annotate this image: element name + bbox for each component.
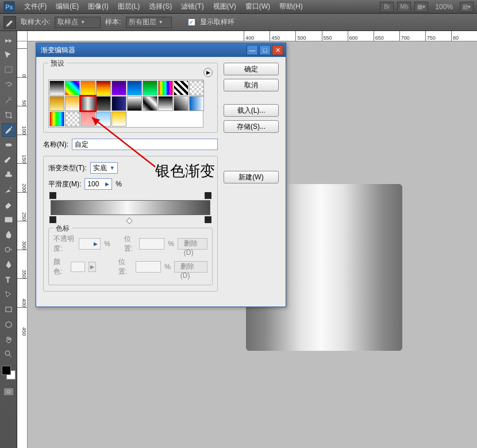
smoothness-input[interactable]: 100▶ xyxy=(84,178,112,190)
menu-edit[interactable]: 编辑(E) xyxy=(51,2,83,12)
shape-tool[interactable] xyxy=(2,303,16,316)
opacity-stop-right[interactable] xyxy=(205,192,211,199)
dialog-maximize-button[interactable]: □ xyxy=(259,45,271,55)
gradient-bar[interactable] xyxy=(51,200,210,215)
menu-view[interactable]: 视图(V) xyxy=(209,2,241,12)
options-bar: 取样大小: 取样点▼ 样本: 所有图层▼ ✓ 显示取样环 xyxy=(0,14,477,31)
quickmask-button[interactable] xyxy=(3,388,14,396)
menu-select[interactable]: 选择(S) xyxy=(144,2,176,12)
marquee-tool[interactable] xyxy=(2,63,16,77)
new-button[interactable]: 新建(W) xyxy=(224,171,279,183)
crop-tool[interactable] xyxy=(2,108,16,122)
presets-menu-icon[interactable]: ▶ xyxy=(203,68,213,77)
opacity-stop-left[interactable] xyxy=(49,192,56,199)
mb-button[interactable]: Mb xyxy=(397,2,411,12)
sample-size-dropdown[interactable]: 取样点▼ xyxy=(55,17,101,28)
gradient-type-dropdown[interactable]: 实底▼ xyxy=(90,162,118,174)
color-well xyxy=(71,262,85,272)
dodge-tool[interactable] xyxy=(2,243,16,256)
preset-swatch[interactable] xyxy=(65,112,80,127)
preset-swatch[interactable] xyxy=(111,81,126,95)
wand-tool[interactable] xyxy=(2,93,16,107)
preset-swatch[interactable] xyxy=(80,112,95,127)
preset-swatch[interactable] xyxy=(96,96,111,111)
preset-swatch[interactable] xyxy=(158,96,173,111)
healing-tool[interactable] xyxy=(2,138,16,152)
ok-button[interactable]: 确定 xyxy=(224,63,279,75)
preset-swatch[interactable] xyxy=(111,96,126,111)
preset-swatch[interactable] xyxy=(49,81,64,95)
gradient-tool[interactable] xyxy=(2,213,16,227)
preset-swatch[interactable] xyxy=(96,81,111,95)
blur-tool[interactable] xyxy=(2,228,16,242)
show-sampling-ring-checkbox[interactable]: ✓ xyxy=(188,18,195,26)
delete-color-stop-button: 删除(D) xyxy=(174,261,207,273)
preset-swatch[interactable] xyxy=(127,96,142,111)
arrange-button[interactable]: ▤▾ xyxy=(460,2,474,12)
type-tool[interactable]: T xyxy=(2,273,16,286)
preset-swatch[interactable] xyxy=(143,81,157,95)
dialog-title-text: 渐变编辑器 xyxy=(41,45,75,55)
load-button[interactable]: 载入(L)... xyxy=(224,104,279,117)
name-label: 名称(N): xyxy=(43,140,68,150)
zoom-level[interactable]: 100% xyxy=(432,3,456,11)
gradient-name-input[interactable] xyxy=(72,139,218,150)
screen-mode-button[interactable]: ▦▾ xyxy=(414,2,428,12)
lasso-tool[interactable] xyxy=(2,78,16,92)
preset-swatch[interactable] xyxy=(174,96,189,111)
history-brush-tool[interactable] xyxy=(2,183,16,197)
move-tool[interactable] xyxy=(2,48,16,62)
save-button[interactable]: 存储(S)... xyxy=(224,120,279,133)
br-button[interactable]: Br xyxy=(380,2,394,12)
preset-swatch[interactable] xyxy=(80,81,95,95)
menu-layer[interactable]: 图层(L) xyxy=(113,2,145,12)
menu-image[interactable]: 图像(I) xyxy=(83,2,113,12)
eyedropper-tool[interactable] xyxy=(2,123,16,137)
preset-swatch[interactable] xyxy=(65,81,80,95)
cancel-button[interactable]: 取消 xyxy=(224,79,279,91)
active-tool-icon[interactable] xyxy=(3,16,16,29)
menu-window[interactable]: 窗口(W) xyxy=(241,2,275,12)
zoom-tool[interactable] xyxy=(2,347,16,361)
foreground-color-swatch[interactable] xyxy=(2,366,11,375)
brush-tool[interactable] xyxy=(2,153,16,167)
collapse-icon[interactable]: ▸▸ xyxy=(2,33,16,47)
color-stop-right[interactable] xyxy=(205,216,211,223)
menu-file[interactable]: 文件(F) xyxy=(20,2,51,12)
color-swatches[interactable] xyxy=(2,366,16,380)
preset-swatch[interactable] xyxy=(174,81,189,95)
preset-swatch[interactable] xyxy=(49,96,64,111)
preset-swatch[interactable] xyxy=(65,96,80,111)
colorstop-label: 色标 xyxy=(53,224,72,233)
svg-text:T: T xyxy=(6,276,10,284)
preset-swatch[interactable] xyxy=(96,112,111,127)
color-position-input xyxy=(136,261,161,273)
ruler-vertical[interactable]: 0 50 100 150 200 250 300 350 400 450 xyxy=(17,41,28,448)
stamp-tool[interactable] xyxy=(2,168,16,182)
color-stop-left[interactable] xyxy=(49,216,56,223)
dialog-minimize-button[interactable]: — xyxy=(247,45,258,55)
menu-filter[interactable]: 滤镜(T) xyxy=(176,2,208,12)
dialog-close-button[interactable]: ✕ xyxy=(272,45,283,55)
color-midpoint[interactable] xyxy=(126,217,133,224)
preset-swatch[interactable] xyxy=(158,81,173,95)
preset-swatch[interactable] xyxy=(189,96,204,111)
hand-tool[interactable] xyxy=(2,332,16,346)
svg-rect-1 xyxy=(6,144,11,146)
preset-swatch[interactable] xyxy=(189,81,204,95)
dialog-titlebar[interactable]: 渐变编辑器 — □ ✕ xyxy=(36,43,286,57)
preset-swatch[interactable] xyxy=(111,112,126,127)
path-select-tool[interactable] xyxy=(2,288,16,301)
ruler-horizontal[interactable]: 400 450 500 550 600 650 700 750 80 xyxy=(28,31,477,41)
pen-tool[interactable] xyxy=(2,258,16,271)
svg-point-3 xyxy=(5,247,10,252)
preset-swatch[interactable] xyxy=(143,96,157,111)
sample-dropdown[interactable]: 所有图层▼ xyxy=(126,17,172,28)
preset-swatch[interactable] xyxy=(127,81,142,95)
3d-tool[interactable] xyxy=(2,317,16,331)
menu-help[interactable]: 帮助(H) xyxy=(275,2,307,12)
color-picker-icon: ▶ xyxy=(89,262,96,272)
preset-swatch[interactable] xyxy=(49,112,64,127)
eraser-tool[interactable] xyxy=(2,198,16,212)
preset-swatch-selected[interactable] xyxy=(80,96,95,111)
